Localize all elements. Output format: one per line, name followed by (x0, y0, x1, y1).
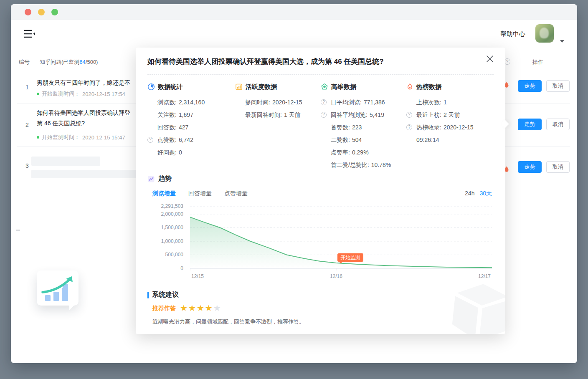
cube-watermark (448, 281, 505, 334)
desktop-background: 帮助中心 编号 知乎问题(已监测64/500) ? 操作 1 男朋友只有三四年时… (0, 0, 588, 379)
column-header-question: 知乎问题(已监测64/500) (40, 58, 98, 66)
trend-chart: 2,291,5032,000,0001,500,0001,000,000500,… (136, 203, 505, 280)
section-title: 数据统计 (158, 83, 183, 91)
stat-item: ?点赞数:6,742 (147, 134, 235, 146)
stats-section-data: 数据统计 浏览数:2,314,160 关注数:1,697 回答数:427 ?点赞… (147, 83, 235, 159)
help-icon[interactable]: ? (321, 112, 327, 118)
star-filled-icon: ★ (205, 303, 213, 313)
star-empty-icon: ★ (213, 303, 222, 313)
axis-tick-label: 0 (180, 265, 183, 271)
section-title: 高维数据 (331, 83, 356, 91)
stat-item: 浏览数:2,314,160 (147, 96, 235, 109)
stat-item: ?热榜收录:2020-12-15 09:26:14 (406, 121, 494, 146)
star-filled-icon: ★ (188, 303, 197, 313)
stats-section-hotlist: 热榜数据 上榜次数:1 ?最近上榜:2 天前 ?热榜收录:2020-12-15 … (406, 83, 494, 146)
stat-item: 点赞率:0.29% (321, 146, 406, 159)
dashed-divider (147, 74, 494, 75)
cancel-button[interactable]: 取消 (546, 119, 570, 130)
tab-like-increment[interactable]: 点赞增量 (224, 190, 248, 197)
stat-item: 首赞数:223 (321, 121, 406, 134)
section-accent-bar (147, 292, 149, 298)
minimize-window-button[interactable] (38, 9, 45, 15)
cancel-button[interactable]: 取消 (546, 80, 570, 92)
stat-item: 上榜次数:1 (406, 96, 494, 109)
window-titlebar (11, 4, 577, 20)
stat-item: 首二赞/总赞比:10.78% (321, 159, 406, 171)
chevron-down-icon[interactable] (560, 40, 564, 43)
growth-chart-icon (40, 273, 75, 303)
trend-ranges: 24h 30天 (465, 190, 492, 197)
stat-item: ?日平均浏览:771,386 (321, 96, 406, 109)
trend-button[interactable]: 走势 (518, 80, 542, 92)
section-title: 热榜数据 (416, 83, 441, 91)
trend-section-title: 趋势 (158, 174, 172, 183)
close-icon[interactable] (486, 55, 494, 63)
chart-plot-area: 12/1512/1612/17 开始监测 (190, 206, 492, 279)
range-30d[interactable]: 30天 (479, 190, 492, 197)
axis-tick-label: 500,000 (165, 252, 183, 258)
stat-item: 回答数:427 (147, 121, 235, 134)
trend-button[interactable]: 走势 (518, 161, 542, 173)
star-filled-icon: ★ (197, 303, 205, 313)
stat-item: 二赞数:504 (321, 134, 406, 146)
trend-tabs: 浏览增量 回答增量 点赞增量 (152, 190, 248, 197)
flame-outline-icon (406, 83, 413, 91)
y-axis-labels: 2,291,5032,000,0001,500,0001,000,000500,… (136, 203, 187, 272)
axis-tick-label: 1,000,000 (161, 238, 183, 244)
activity-chart-icon (235, 83, 243, 91)
avatar[interactable] (535, 24, 554, 43)
tab-answer-increment[interactable]: 回答增量 (188, 190, 212, 197)
axis-tick-label: 12/15 (191, 273, 204, 279)
column-header-action: 操作 (527, 58, 549, 66)
recommend-badge: 推荐作答 (152, 305, 176, 312)
trend-button[interactable]: 走势 (518, 119, 542, 130)
axis-tick-label: 1,500,000 (161, 225, 183, 230)
help-icon[interactable]: ? (147, 137, 153, 143)
monitor-time-line: 开始监测时间：2020-12-15 15:47 (37, 134, 125, 141)
stat-item: ?回答平均浏览:5,419 (321, 109, 406, 121)
range-24h[interactable]: 24h (465, 190, 474, 197)
chart-bubble-decoration (37, 270, 79, 306)
help-center-link[interactable]: 帮助中心 (500, 30, 525, 38)
question-title-link[interactable]: 如何看待美国选举人团投票确认拜登第 46 任美国总统? (37, 108, 136, 129)
question-title-link[interactable]: 男朋友只有三四年时间了，嫁还是不 (37, 79, 136, 87)
zoom-window-button[interactable] (51, 9, 58, 15)
menu-fold-icon[interactable] (24, 29, 35, 38)
stat-item: 提问时间:2020-12-15 (235, 96, 321, 109)
monitor-start-tag: 开始监测 (337, 253, 363, 262)
column-header-number: 编号 (19, 58, 30, 66)
stats-section-activity: 活跃度数据 提问时间:2020-12-15 最新回答时间:1 天前 (235, 83, 321, 121)
close-window-button[interactable] (25, 9, 31, 15)
monitored-count: 64 (79, 59, 85, 65)
status-dot-icon (37, 93, 39, 95)
cancel-button[interactable]: 取消 (546, 161, 570, 173)
axis-tick-label: 12/17 (478, 273, 491, 279)
skeleton-bar (31, 170, 137, 178)
row-number: 1 (22, 84, 33, 91)
trend-chart-icon (147, 175, 155, 183)
axis-tick-label: 12/16 (330, 273, 342, 279)
stat-item: 关注数:1,697 (147, 109, 235, 121)
skeleton-bar (31, 157, 100, 166)
modal-title: 如何看待美国选举人团投票确认拜登赢得美国大选，成为第 46 任美国总统? (147, 57, 472, 66)
status-dot-icon (37, 136, 39, 139)
help-icon[interactable]: ? (406, 112, 412, 118)
stats-section-advanced: 高维数据 ?日平均浏览:771,386 ?回答平均浏览:5,419 首赞数:22… (321, 83, 406, 171)
stat-item: 最新回答时间:1 天前 (235, 109, 321, 121)
section-title: 活跃度数据 (246, 83, 277, 91)
question-detail-modal: 如何看待美国选举人团投票确认拜登赢得美国大选，成为第 46 任美国总统? 数据统… (136, 48, 505, 334)
stats-sections: 数据统计 浏览数:2,314,160 关注数:1,697 回答数:427 ?点赞… (147, 83, 494, 174)
stat-item: ?最近上榜:2 天前 (406, 109, 494, 121)
tab-view-increment[interactable]: 浏览增量 (152, 190, 176, 197)
star-filled-icon: ★ (180, 303, 188, 313)
monitor-time-line: 开始监测时间：2020-12-15 17:54 (37, 90, 125, 98)
star-rating: ★★★★★ (180, 304, 222, 313)
suggestion-text: 近期曝光潜力高，问题领域匹配，回答竞争不激烈，推荐作答。 (152, 318, 304, 326)
suggestion-section-title: 系统建议 (152, 291, 179, 299)
help-icon[interactable]: ? (321, 99, 327, 105)
stat-item: 好问题:0 (147, 146, 235, 159)
pentagon-icon (321, 83, 328, 91)
axis-tick-label: 2,291,503 (161, 203, 183, 209)
divider-mark (16, 230, 20, 231)
help-icon[interactable]: ? (406, 124, 412, 130)
